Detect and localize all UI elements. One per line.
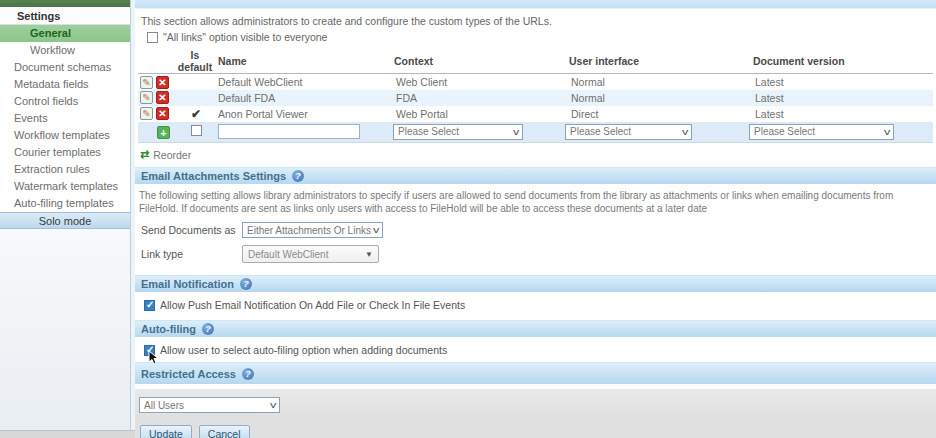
email-notification-title: Email Notification — [141, 276, 234, 293]
help-icon[interactable]: ? — [242, 368, 254, 380]
email-notification-section-header: Email Notification ? — [135, 275, 936, 292]
link-type-label: Link type — [141, 248, 242, 260]
name-cell: Default FDA — [216, 90, 384, 106]
auto-filing-section-header: Auto-filing ? — [135, 320, 936, 337]
context-column-header: Context — [384, 49, 549, 74]
sidebar-top-green-bar — [0, 0, 130, 7]
edit-icon[interactable]: ✎ — [140, 76, 153, 89]
context-cell: Web Portal — [384, 106, 549, 122]
sidebar-item-courier-templates[interactable]: Courier templates — [0, 144, 130, 161]
table-header-row: Is default Name Context User interface D… — [138, 49, 933, 74]
restricted-access-body: All Usersv — [135, 389, 936, 419]
dropdown-arrow-icon: ▼ — [365, 250, 373, 259]
email-attachments-title: Email Attachments Settings — [141, 168, 286, 185]
email-attachments-section-header: Email Attachments Settings ? — [135, 167, 936, 184]
send-documents-row: Send Documents as Either Attachments Or … — [141, 222, 936, 238]
is-default-cell — [174, 90, 216, 106]
document-version-column-header: Document version — [737, 49, 933, 74]
document-version-cell: Latest — [737, 90, 933, 106]
edit-icon[interactable]: ✎ — [140, 107, 153, 120]
name-cell: Default WebClient — [216, 74, 384, 90]
auto-filing-checkbox[interactable] — [144, 345, 155, 356]
new-url-user-interface-select[interactable]: Please Selectv — [565, 124, 692, 140]
new-url-name-input[interactable] — [218, 124, 360, 139]
actions-column-header — [138, 49, 174, 74]
main-content: This section allows administrators to cr… — [135, 0, 936, 430]
table-row: ✎✕ Default FDA FDA Normal Latest — [138, 90, 933, 106]
cut-off-section-header — [135, 0, 936, 9]
sidebar-item-events[interactable]: Events — [0, 110, 130, 127]
sidebar-item-metadata-fields[interactable]: Metadata fields — [0, 76, 130, 93]
all-links-checkbox[interactable] — [147, 32, 158, 43]
delete-icon[interactable]: ✕ — [156, 76, 169, 89]
help-icon[interactable]: ? — [202, 323, 214, 335]
sidebar-item-solo-mode[interactable]: Solo mode — [0, 212, 130, 229]
table-row: ✎✕ Default WebClient Web Client Normal L… — [138, 74, 933, 90]
settings-page: Settings General Workflow Document schem… — [0, 0, 936, 438]
add-url-row: + Please Selectv Please Selectv Please S… — [138, 122, 933, 143]
name-cell: Anon Portal Viewer — [216, 106, 384, 122]
new-row-is-default-checkbox[interactable] — [191, 125, 202, 136]
all-links-label: "All links" option visible to everyone — [163, 31, 327, 43]
reorder-icon: ⇄ — [140, 148, 149, 161]
send-documents-label: Send Documents as — [141, 224, 242, 236]
name-column-header: Name — [216, 49, 384, 74]
restricted-access-select[interactable]: All Usersv — [139, 397, 280, 413]
new-url-context-select[interactable]: Please Selectv — [393, 124, 523, 140]
update-button[interactable]: Update — [140, 425, 192, 438]
chevron-down-icon: v — [270, 400, 276, 410]
user-interface-cell: Normal — [549, 90, 737, 106]
chevron-down-icon: v — [513, 127, 519, 137]
sidebar-item-extraction-rules[interactable]: Extraction rules — [0, 161, 130, 178]
reorder-label: Reorder — [153, 149, 191, 161]
form-buttons-row: Update Cancel — [135, 419, 936, 438]
restricted-access-title: Restricted Access — [141, 363, 236, 385]
sidebar-item-control-fields[interactable]: Control fields — [0, 93, 130, 110]
auto-filing-title: Auto-filing — [141, 321, 196, 338]
cancel-button[interactable]: Cancel — [199, 425, 250, 438]
sidebar-filler — [0, 229, 130, 430]
reorder-link[interactable]: ⇄ Reorder — [140, 148, 936, 161]
send-documents-select[interactable]: Either Attachments Or Linksv — [242, 222, 383, 238]
auto-filing-label: Allow user to select auto-filing option … — [160, 344, 447, 356]
link-type-select[interactable]: Default WebClient▼ — [242, 245, 379, 263]
push-email-notification-checkbox[interactable] — [144, 300, 155, 311]
context-cell: Web Client — [384, 74, 549, 90]
all-links-row: "All links" option visible to everyone — [147, 31, 936, 43]
table-row: ✎✕ ✔ Anon Portal Viewer Web Portal Direc… — [138, 106, 933, 122]
document-version-cell: Latest — [737, 74, 933, 90]
sidebar-item-workflow[interactable]: Workflow — [0, 42, 130, 59]
help-icon[interactable]: ? — [292, 170, 304, 182]
new-url-document-version-select[interactable]: Please Selectv — [749, 124, 894, 140]
sidebar-item-auto-filing-templates[interactable]: Auto-filing templates — [0, 195, 130, 212]
user-interface-cell: Direct — [549, 106, 737, 122]
user-interface-column-header: User interface — [549, 49, 737, 74]
sidebar-header: Settings — [0, 7, 130, 25]
auto-filing-option-row: Allow user to select auto-filing option … — [144, 344, 936, 356]
chevron-down-icon: v — [373, 225, 379, 235]
push-email-notification-label: Allow Push Email Notification On Add Fil… — [160, 299, 465, 311]
sidebar-item-workflow-templates[interactable]: Workflow templates — [0, 127, 130, 144]
help-icon[interactable]: ? — [240, 278, 252, 290]
chevron-down-icon: v — [884, 127, 890, 137]
context-cell: FDA — [384, 90, 549, 106]
sidebar-item-watermark-templates[interactable]: Watermark templates — [0, 178, 130, 195]
push-email-notification-row: Allow Push Email Notification On Add Fil… — [144, 299, 936, 311]
restricted-access-section-header: Restricted Access ? — [135, 362, 936, 384]
is-default-checkmark-icon: ✔ — [191, 107, 201, 121]
delete-icon[interactable]: ✕ — [156, 107, 169, 120]
custom-urls-intro-text: This section allows administrators to cr… — [141, 15, 936, 27]
is-default-cell — [174, 74, 216, 90]
email-attachments-description: The following setting allows library adm… — [139, 189, 934, 215]
edit-icon[interactable]: ✎ — [140, 91, 153, 104]
delete-icon[interactable]: ✕ — [156, 91, 169, 104]
chevron-down-icon: v — [682, 127, 688, 137]
link-type-row: Link type Default WebClient▼ — [141, 245, 936, 263]
settings-sidebar: Settings General Workflow Document schem… — [0, 0, 131, 430]
sidebar-item-general[interactable]: General — [0, 25, 130, 42]
is-default-column-header: Is default — [174, 49, 216, 74]
document-version-cell: Latest — [737, 106, 933, 122]
add-icon[interactable]: + — [157, 126, 170, 139]
sidebar-item-document-schemas[interactable]: Document schemas — [0, 59, 130, 76]
user-interface-cell: Normal — [549, 74, 737, 90]
